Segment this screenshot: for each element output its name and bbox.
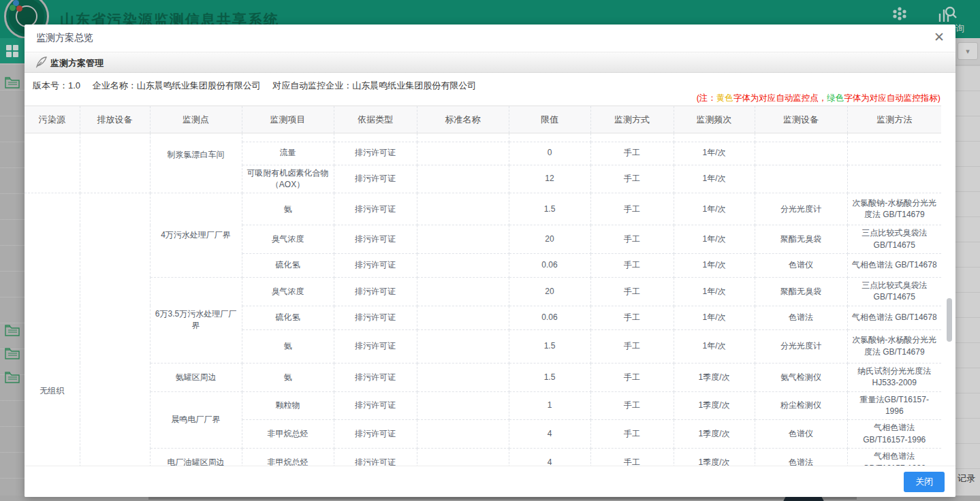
table-cell: 1季度/次 <box>674 449 755 466</box>
table-cell: 0.06 <box>509 306 590 329</box>
table-cell: 0.06 <box>509 254 590 278</box>
table-cell: 1季度/次 <box>674 420 755 449</box>
table-cell: 氨 <box>242 193 334 225</box>
table-cell: 晨鸣电厂厂界 <box>150 391 242 449</box>
table-cell: 粉尘检测仪 <box>755 391 847 420</box>
table-cell: 气相色谱法 GB/T14678 <box>847 306 941 329</box>
table-cell: 手工 <box>590 391 674 420</box>
table-cell: 电厂油罐区周边 <box>150 449 242 466</box>
table-cell: 硫化氢 <box>242 254 334 278</box>
table-cell: 流量 <box>242 142 334 165</box>
table-cell: 1年/次 <box>674 165 755 193</box>
table-cell <box>417 165 509 193</box>
table-cell: 三点比较式臭袋法 GB/T14675 <box>847 225 941 254</box>
column-header: 排放设备 <box>80 106 150 133</box>
close-button[interactable]: 关闭 <box>904 472 945 492</box>
table-cell: 4万污水处理厂厂界 <box>150 193 242 278</box>
table-cell: 臭气浓度 <box>242 278 334 306</box>
note-part: (注： <box>697 93 716 103</box>
table-cell: 非甲烷总烃 <box>242 420 334 449</box>
close-icon[interactable]: ✕ <box>934 30 945 45</box>
quill-pen-icon <box>35 56 48 71</box>
table-cell: 气相色谱法 GB/T16157-1996 <box>847 449 941 466</box>
table-cell: 颗粒物 <box>242 391 334 420</box>
table-cell: 氨罐区周边 <box>150 363 242 391</box>
table-cell: 手工 <box>590 449 674 466</box>
table-row: 无组织4万污水处理厂厂界氨排污许可证1.5手工1年/次分光光度计次氯酸钠-水杨酸… <box>25 193 941 225</box>
table-cell: 排污许可证 <box>334 420 417 449</box>
table-cell: 排污许可证 <box>334 225 417 254</box>
table-cell: 12 <box>509 165 590 193</box>
table-cell: 1.5 <box>509 363 590 391</box>
column-header: 标准名称 <box>417 106 509 133</box>
table-cell <box>417 420 509 449</box>
table-row: 氨罐区周边氨排污许可证1.5手工1季度/次氨气检测仪纳氏试剂分光光度法HJ533… <box>25 363 941 391</box>
table-cell <box>334 133 417 142</box>
monitoring-plan-modal: 监测方案总览 ✕ 监测方案管理 版本号：1.0 企业名称：山东晨鸣纸业集团股份有… <box>25 25 955 497</box>
column-header: 依据类型 <box>334 106 417 133</box>
table-cell: 手工 <box>590 329 674 363</box>
table-cell: 分光光度计 <box>755 193 847 225</box>
table-cell: 排污许可证 <box>334 278 417 306</box>
table-cell <box>847 133 941 142</box>
table-cell: 分光光度计 <box>755 329 847 363</box>
table-cell: 20 <box>509 278 590 306</box>
column-header: 监测频次 <box>674 106 755 133</box>
table-cell <box>25 133 80 193</box>
column-header: 监测项目 <box>242 106 334 133</box>
table-cell: 0 <box>509 142 590 165</box>
table-row: 晨鸣电厂厂界颗粒物排污许可证1手工1季度/次粉尘检测仪重量法GB/T16157-… <box>25 391 941 420</box>
table-cell: 次氯酸钠-水杨酸分光光度法 GB/T14679 <box>847 329 941 363</box>
plan-info-line: 版本号：1.0 企业名称：山东晨鸣纸业集团股份有限公司 对应自动监控企业：山东晨… <box>33 80 486 92</box>
table-cell: 1年/次 <box>674 278 755 306</box>
table-cell <box>80 193 150 466</box>
table-cell <box>417 133 509 142</box>
table-cell: 非甲烷总烃 <box>242 449 334 466</box>
table-cell: 聚酯无臭袋 <box>755 278 847 306</box>
column-header: 监测方法 <box>847 106 941 133</box>
table-row: 电厂油罐区周边非甲烷总烃排污许可证4手工1季度/次色谱法气相色谱法 GB/T16… <box>25 449 941 466</box>
version-text: 版本号：1.0 <box>33 80 80 91</box>
table-cell: 1.5 <box>509 329 590 363</box>
table-row: 6万3.5万污水处理厂厂界臭气浓度排污许可证20手工1年/次聚酯无臭袋三点比较式… <box>25 278 941 306</box>
table-cell: 色谱法 <box>755 449 847 466</box>
table-cell <box>509 133 590 142</box>
table-cell: 手工 <box>590 306 674 329</box>
table-cell <box>417 142 509 165</box>
table-cell <box>755 133 847 142</box>
table-cell <box>847 142 941 165</box>
table-cell: 1季度/次 <box>674 391 755 420</box>
modal-infoband: 版本号：1.0 企业名称：山东晨鸣纸业集团股份有限公司 对应自动监控企业：山东晨… <box>25 73 955 106</box>
table-cell: 1年/次 <box>674 225 755 254</box>
column-header: 监测方式 <box>590 106 674 133</box>
table-cell: 1年/次 <box>674 329 755 363</box>
table-cell: 手工 <box>590 165 674 193</box>
table-cell: 排污许可证 <box>334 391 417 420</box>
table-cell: 聚酯无臭袋 <box>755 225 847 254</box>
modal-footer: 关闭 <box>25 466 955 497</box>
table-cell: 纳氏试剂分光光度法HJ533-2009 <box>847 363 941 391</box>
table-cell: 手工 <box>590 254 674 278</box>
table-cell: 臭气浓度 <box>242 225 334 254</box>
table-cell: 手工 <box>590 225 674 254</box>
table-cell: 氨 <box>242 329 334 363</box>
company-text: 企业名称：山东晨鸣纸业集团股份有限公司 <box>93 80 261 91</box>
table-cell: 1年/次 <box>674 193 755 225</box>
table-cell: 排污许可证 <box>334 142 417 165</box>
auto-company-text: 对应自动监控企业：山东晨鸣纸业集团股份有限公司 <box>272 80 476 91</box>
table-cell: 1季度/次 <box>674 363 755 391</box>
table-cell: 排污许可证 <box>334 306 417 329</box>
table-cell: 制浆氯漂白车间 <box>150 133 242 193</box>
table-cell: 三点比较式臭袋法 GB/T14675 <box>847 278 941 306</box>
table-scrollbar-thumb[interactable] <box>947 298 952 342</box>
table-cell: 排污许可证 <box>334 254 417 278</box>
table-cell: 手工 <box>590 142 674 165</box>
table-cell: 1年/次 <box>674 254 755 278</box>
table-cell: 4 <box>509 449 590 466</box>
table-cell: 排污许可证 <box>334 363 417 391</box>
monitoring-table-wrap: 污染源排放设备监测点监测项目依据类型标准名称限值监测方式监测频次监测设备监测方法… <box>25 106 955 466</box>
table-cell: 色谱仪 <box>755 254 847 278</box>
table-scroll-viewport[interactable]: 制浆氯漂白车间流量排污许可证0手工1年/次可吸附有机卤素化合物（AOX）排污许可… <box>25 133 955 466</box>
table-cell: 手工 <box>590 193 674 225</box>
table-cell: 重量法GB/T16157-1996 <box>847 391 941 420</box>
